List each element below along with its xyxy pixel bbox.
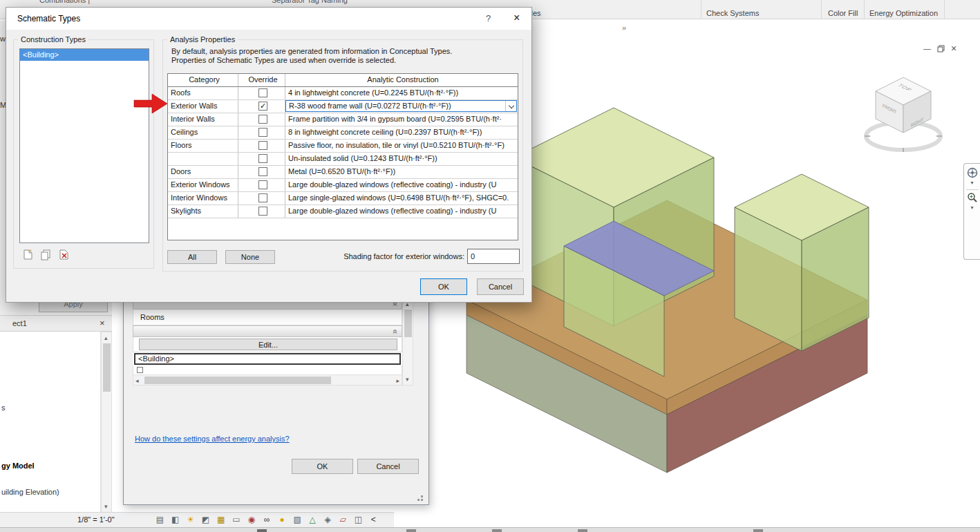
- reveal-constraints-icon[interactable]: ▱: [337, 513, 350, 526]
- energy-analysis-help-link[interactable]: How do these settings affect energy anal…: [135, 435, 290, 443]
- building-row[interactable]: <Building>: [133, 352, 402, 365]
- temporary-view-properties-icon[interactable]: ▧: [291, 513, 304, 526]
- rooms-row[interactable]: Rooms: [133, 310, 402, 325]
- table-header-row: Category Override Analytic Construction: [168, 74, 518, 87]
- construction-cell[interactable]: Passive floor, no insulation, tile or vi…: [285, 140, 518, 152]
- wheel-menu-chevron-icon[interactable]: ▾: [970, 180, 973, 186]
- energy-ok-button[interactable]: OK: [292, 459, 353, 474]
- restore-view-icon[interactable]: [937, 45, 945, 53]
- shading-factor-input[interactable]: 0: [467, 249, 520, 264]
- tree-item-fragment[interactable]: s: [1, 403, 6, 412]
- new-construction-type-icon[interactable]: *: [22, 249, 34, 260]
- list-item-building[interactable]: <Building>: [20, 49, 149, 61]
- ribbon-panel-color-fill[interactable]: Color Fill: [828, 9, 858, 17]
- sun-path-icon[interactable]: ☀: [184, 513, 197, 526]
- override-checkbox[interactable]: [258, 207, 267, 216]
- construction-cell[interactable]: 4 in lightweight concrete (U=0.2245 BTU/…: [285, 87, 518, 99]
- scroll-left-icon[interactable]: ◂: [135, 377, 139, 384]
- schematic-cancel-button[interactable]: Cancel: [477, 278, 524, 295]
- zoom-menu-chevron-icon[interactable]: ▾: [970, 205, 973, 211]
- energy-vertical-scrollbar[interactable]: ▴ ▾: [402, 298, 413, 386]
- scroll-down-icon[interactable]: ▾: [406, 376, 409, 383]
- ribbon-separator: [701, 0, 701, 19]
- ribbon-panel-check-systems[interactable]: Check Systems: [706, 9, 759, 17]
- taskbar-app-icon[interactable]: [578, 529, 587, 532]
- ribbon-panel-energy-optimization[interactable]: Energy Optimization: [869, 9, 938, 17]
- duplicate-construction-type-icon[interactable]: [40, 249, 52, 260]
- project-panel-header[interactable]: ect1 ×: [0, 315, 112, 332]
- construction-cell[interactable]: Large double-glazed windows (reflective …: [285, 205, 518, 218]
- minimize-view-icon[interactable]: —: [923, 44, 931, 53]
- edit-button[interactable]: Edit...: [139, 339, 397, 350]
- worksharing-display-icon[interactable]: ◫: [352, 513, 365, 526]
- row-checkbox[interactable]: [137, 367, 143, 373]
- all-button[interactable]: All: [167, 250, 217, 264]
- view-scale[interactable]: 1/8" = 1'-0": [77, 515, 115, 524]
- taskbar-app-icon[interactable]: [257, 529, 267, 532]
- reveal-hidden-elements-icon[interactable]: ●: [276, 513, 289, 526]
- construction-cell[interactable]: Metal (U=0.6520 BTU/(h·ft²·°F)): [285, 166, 518, 178]
- override-checkbox[interactable]: [258, 115, 267, 124]
- help-icon[interactable]: ?: [486, 13, 491, 23]
- visual-style-icon[interactable]: ◧: [169, 513, 182, 526]
- construction-cell[interactable]: Frame partition with 3/4 in gypsum board…: [285, 113, 518, 126]
- construction-cell[interactable]: Large double-glazed windows (reflective …: [285, 179, 518, 191]
- schematic-ok-button[interactable]: OK: [420, 278, 467, 295]
- zoom-icon[interactable]: [967, 192, 978, 203]
- dropdown-arrow-icon[interactable]: [505, 101, 516, 111]
- construction-cell[interactable]: 8 in lightweight concrete ceiling (U=0.2…: [285, 126, 518, 139]
- construction-cell: R-38 wood frame wall (U=0.0272 BTU/(h·ft…: [285, 100, 518, 113]
- detail-level-icon[interactable]: ▤: [153, 513, 167, 526]
- override-checkbox[interactable]: [258, 128, 267, 137]
- shadows-icon[interactable]: ◩: [199, 513, 212, 526]
- dialog-title-bar[interactable]: Schematic Types ? ×: [6, 8, 531, 30]
- project-browser-content[interactable]: s gy Model uilding Elevation): [0, 332, 101, 513]
- category-cell: Roofs: [168, 87, 238, 99]
- scrollbar-thumb[interactable]: [103, 343, 111, 392]
- energy-cancel-button[interactable]: Cancel: [357, 459, 419, 474]
- none-button[interactable]: None: [225, 250, 275, 264]
- energy-horizontal-scrollbar[interactable]: ◂ ▸: [133, 374, 402, 386]
- tree-item-fragment[interactable]: uilding Elevation): [1, 488, 59, 496]
- override-checkbox[interactable]: [258, 167, 267, 176]
- tree-item-fragment[interactable]: gy Model: [1, 462, 35, 470]
- browser-vertical-scrollbar[interactable]: ▴ ▾: [101, 332, 112, 513]
- construction-cell[interactable]: Un-insulated solid (U=0.1243 BTU/(h·ft²·…: [285, 153, 518, 165]
- scrollbar-thumb[interactable]: [144, 377, 331, 384]
- ribbon-separator: [864, 0, 865, 19]
- override-checkbox[interactable]: [258, 154, 267, 163]
- show-crop-region-icon[interactable]: ▭: [229, 513, 243, 526]
- override-checkbox[interactable]: [258, 180, 267, 189]
- scroll-up-icon[interactable]: ▴: [104, 334, 108, 341]
- displacement-sets-icon[interactable]: ◈: [321, 513, 334, 526]
- steering-wheel-icon[interactable]: [967, 167, 978, 178]
- override-checkbox[interactable]: [258, 88, 267, 97]
- taskbar-app-icon[interactable]: [492, 529, 502, 532]
- delete-construction-type-icon[interactable]: [58, 249, 70, 260]
- construction-cell[interactable]: Large single-glazed windows (U=0.6498 BT…: [285, 192, 518, 205]
- override-checkbox[interactable]: [258, 141, 267, 150]
- construction-dropdown[interactable]: R-38 wood frame wall (U=0.0272 BTU/(h·ft…: [285, 100, 517, 112]
- close-panel-icon[interactable]: ×: [100, 318, 105, 328]
- scroll-right-icon[interactable]: ▸: [396, 377, 399, 384]
- collapse-section-icon[interactable]: »: [392, 330, 399, 334]
- building-value-cell[interactable]: <Building>: [134, 353, 401, 365]
- construction-types-list[interactable]: <Building>: [19, 48, 149, 243]
- crop-view-icon[interactable]: ▦: [214, 513, 227, 526]
- taskbar-app-icon[interactable]: [406, 529, 416, 532]
- ribbon-overflow-chevron-icon[interactable]: »: [622, 23, 626, 32]
- temporary-hide-isolate-icon[interactable]: ∞: [260, 513, 273, 526]
- taskbar-app-icon[interactable]: [753, 529, 763, 532]
- close-dialog-icon[interactable]: ×: [513, 12, 520, 24]
- override-checkbox[interactable]: ✓: [258, 102, 267, 111]
- analytical-model-icon[interactable]: △: [306, 513, 319, 526]
- close-view-icon[interactable]: ×: [951, 43, 957, 54]
- override-checkbox[interactable]: [258, 193, 267, 202]
- view-bar-collapse-icon[interactable]: <: [367, 513, 380, 526]
- viewcube[interactable]: TOP FRONT RIGHT: [863, 69, 945, 159]
- section-header-bar[interactable]: »: [133, 325, 402, 337]
- scrollbar-thumb[interactable]: [404, 310, 412, 337]
- rendering-dialog-icon[interactable]: ◉: [245, 513, 258, 526]
- navigation-bar: ▾ ▾: [963, 163, 980, 260]
- scroll-down-icon[interactable]: ▾: [104, 503, 108, 510]
